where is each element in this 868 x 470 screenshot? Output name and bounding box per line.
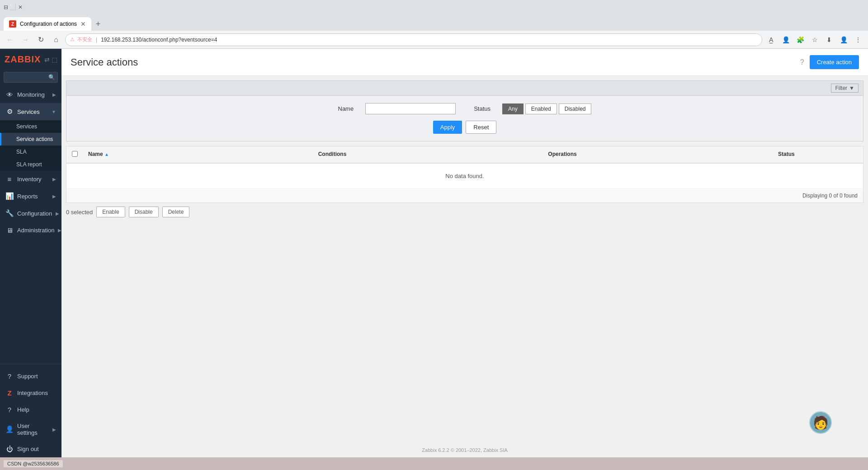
- user-avatar[interactable]: 👤: [837, 33, 850, 46]
- address-bar[interactable]: ⚠ 不安全 | 192.168.253.130/actionconf.php?e…: [65, 33, 762, 46]
- filter-header: Filter ▼: [66, 81, 863, 96]
- filter-toggle-icon: ▼: [849, 85, 854, 91]
- browser-tab-active[interactable]: Z Configuration of actions ✕: [4, 17, 91, 31]
- browser-tabs: Z Configuration of actions ✕ +: [0, 14, 868, 31]
- th-conditions: Conditions: [313, 146, 543, 163]
- sidebar-item-user-settings[interactable]: 👤 User settings ▶: [0, 418, 61, 441]
- sidebar-label-services: Services: [17, 108, 48, 115]
- profile-icon[interactable]: 👤: [779, 33, 792, 46]
- select-all-checkbox[interactable]: [72, 151, 78, 157]
- filter-container: Filter ▼ Name Status Any Enabled Disable…: [66, 80, 863, 141]
- inventory-icon: ≡: [5, 175, 14, 183]
- create-action-button[interactable]: Create action: [810, 55, 859, 69]
- administration-icon: 🖥: [5, 226, 14, 234]
- sidebar-label-integrations: Integrations: [17, 390, 56, 396]
- sidebar-item-administration[interactable]: 🖥 Administration ▶: [0, 222, 61, 239]
- search-icon: 🔍: [48, 74, 55, 80]
- sidebar-label-support: Support: [17, 373, 56, 380]
- support-icon: ?: [5, 372, 14, 380]
- submenu-item-sla[interactable]: SLA: [0, 146, 61, 158]
- status-any-button[interactable]: Any: [502, 103, 524, 114]
- filter-row-main: Name Status Any Enabled Disabled: [75, 103, 854, 114]
- sidebar: ZABBIX ⇄ ⬚ 🔍 👁 Monitoring ▶ ⚙ Services ▼…: [0, 49, 61, 457]
- sidebar-item-monitoring[interactable]: 👁 Monitoring ▶: [0, 86, 61, 103]
- sidebar-label-user-settings: User settings: [17, 423, 49, 436]
- th-name[interactable]: Name ▲: [83, 146, 313, 163]
- user-settings-chevron: ▶: [52, 427, 56, 432]
- back-button[interactable]: ←: [4, 33, 16, 46]
- services-icon: ⚙: [5, 108, 14, 116]
- submenu-item-sla-report[interactable]: SLA report: [0, 158, 61, 171]
- filter-actions: Apply Reset: [75, 121, 854, 134]
- app-footer: Zabbix 6.2.2 © 2001–2022, Zabbix SIA: [61, 443, 868, 457]
- forward-button[interactable]: →: [19, 33, 32, 46]
- apply-button[interactable]: Apply: [433, 121, 462, 134]
- main-header: Service actions ? Create action: [61, 49, 868, 76]
- sidebar-item-inventory[interactable]: ≡ Inventory ▶: [0, 171, 61, 188]
- reset-button[interactable]: Reset: [466, 121, 496, 134]
- sidebar-label-monitoring: Monitoring: [17, 91, 49, 98]
- security-icon: ⚠: [70, 37, 75, 42]
- bulk-actions: 0 selected Enable Disable Delete: [66, 207, 863, 217]
- configuration-icon: 🔧: [5, 209, 14, 217]
- new-tab-button[interactable]: +: [91, 17, 105, 31]
- browser-chrome: ⊟ ⬜ ✕ Z Configuration of actions ✕ + ← →…: [0, 0, 868, 49]
- submenu-item-services[interactable]: Services: [0, 120, 61, 133]
- app-container: ZABBIX ⇄ ⬚ 🔍 👁 Monitoring ▶ ⚙ Services ▼…: [0, 49, 868, 457]
- status-disabled-button[interactable]: Disabled: [559, 103, 592, 114]
- avatar-overlay: 🧑: [809, 411, 832, 434]
- delete-button[interactable]: Delete: [162, 207, 190, 217]
- sidebar-logo-controls: ⇄ ⬚: [44, 56, 57, 63]
- sidebar-label-administration: Administration: [17, 227, 54, 234]
- reports-chevron: ▶: [52, 194, 56, 199]
- filter-name-input[interactable]: [365, 103, 456, 114]
- status-enabled-button[interactable]: Enabled: [525, 103, 557, 114]
- sidebar-bottom: ? Support Z Integrations ? Help 👤 User s…: [0, 364, 61, 457]
- menu-button[interactable]: ⋮: [852, 33, 864, 46]
- sidebar-item-reports[interactable]: 📊 Reports ▶: [0, 188, 61, 205]
- help-icon-header[interactable]: ?: [800, 58, 804, 66]
- avatar-image: 🧑: [813, 415, 829, 430]
- sidebar-label-help: Help: [17, 406, 56, 413]
- extensions-icon[interactable]: 🧩: [794, 33, 807, 46]
- footer-text: Zabbix 6.2.2 © 2001–2022, Zabbix SIA: [422, 447, 508, 453]
- search-wrapper: 🔍: [4, 72, 58, 83]
- integrations-icon: Z: [5, 389, 14, 397]
- main-area: Service actions ? Create action Filter ▼…: [61, 49, 868, 457]
- help-icon: ?: [5, 406, 14, 414]
- table-empty-message: No data found.: [66, 164, 863, 188]
- user-settings-icon: 👤: [5, 425, 14, 433]
- sidebar-item-integrations[interactable]: Z Integrations: [0, 385, 61, 401]
- security-label: 不安全: [77, 36, 92, 43]
- bookmark-icon[interactable]: ☆: [808, 33, 821, 46]
- disable-button[interactable]: Disable: [129, 207, 159, 217]
- filter-body: Name Status Any Enabled Disabled Apply R…: [66, 96, 863, 141]
- administration-chevron: ▶: [58, 228, 61, 233]
- filter-label: Filter: [835, 85, 847, 91]
- refresh-button[interactable]: ↻: [34, 33, 47, 46]
- zabbix-logo: ZABBIX: [5, 54, 41, 65]
- sidebar-search-container: 🔍: [0, 70, 61, 86]
- enable-button[interactable]: Enable: [96, 207, 125, 217]
- sidebar-label-configuration: Configuration: [17, 210, 52, 217]
- table-footer: Displaying 0 of 0 found: [66, 188, 863, 202]
- tab-title: Configuration of actions: [20, 21, 77, 27]
- home-button[interactable]: ⌂: [50, 33, 62, 46]
- configuration-chevron: ▶: [56, 211, 59, 216]
- submenu-item-service-actions[interactable]: Service actions: [0, 133, 61, 146]
- filter-name-label: Name: [338, 105, 354, 112]
- popout-icon[interactable]: ⬚: [52, 56, 57, 63]
- th-status: Status: [773, 146, 863, 163]
- filter-toggle-button[interactable]: Filter ▼: [831, 84, 859, 93]
- sidebar-item-services[interactable]: ⚙ Services ▼: [0, 103, 61, 120]
- translate-icon[interactable]: A̲: [765, 33, 778, 46]
- downloads-icon[interactable]: ⬇: [823, 33, 835, 46]
- sidebar-item-help[interactable]: ? Help: [0, 401, 61, 418]
- tab-close-button[interactable]: ✕: [80, 20, 86, 28]
- sidebar-item-sign-out[interactable]: ⏻ Sign out: [0, 441, 61, 457]
- services-submenu: Services Service actions SLA SLA report: [0, 120, 61, 171]
- sidebar-item-support[interactable]: ? Support: [0, 368, 61, 385]
- sidebar-item-configuration[interactable]: 🔧 Configuration ▶: [0, 205, 61, 222]
- collapse-icon[interactable]: ⇄: [44, 56, 50, 63]
- tab-favicon: Z: [9, 20, 16, 28]
